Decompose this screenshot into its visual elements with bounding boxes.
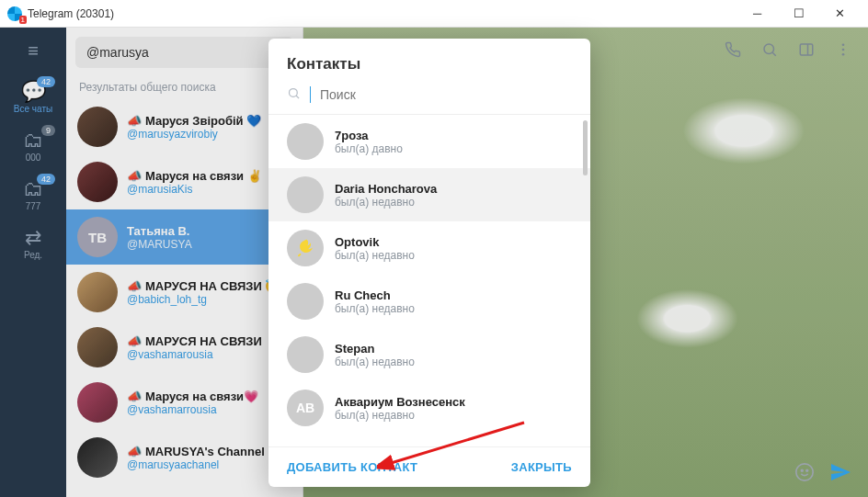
contact-name: Ru Chech	[335, 288, 415, 302]
window-title: Telegram (20301)	[28, 7, 114, 20]
sidebar-icon[interactable]	[798, 41, 815, 62]
contact-item[interactable]: Ru Chechбыл(а) недавно	[268, 275, 590, 328]
svg-point-8	[801, 469, 803, 471]
contacts-list: 7розабыл(а) давно Daria Honcharovaбыл(а)…	[268, 115, 590, 446]
modal-title: Контакты	[268, 39, 590, 83]
more-icon[interactable]	[835, 41, 851, 62]
text-cursor	[310, 86, 311, 103]
search-icon	[287, 86, 301, 103]
modal-search[interactable]	[268, 83, 590, 115]
contact-status: был(а) недавно	[335, 409, 465, 422]
contact-item[interactable]: Daria Honcharovaбыл(а) недавно	[268, 168, 590, 221]
close-modal-button[interactable]: ЗАКРЫТЬ	[511, 460, 572, 474]
svg-point-9	[806, 469, 808, 471]
contact-item[interactable]: 7розабыл(а) давно	[268, 115, 590, 168]
modal-search-input[interactable]	[320, 87, 572, 102]
avatar	[287, 283, 324, 320]
svg-point-7	[796, 464, 813, 480]
svg-point-0	[764, 44, 774, 54]
emoji-icon[interactable]	[794, 462, 815, 488]
contact-name: Stepan	[335, 342, 415, 356]
avatar	[287, 176, 324, 213]
contact-status: был(а) недавно	[335, 249, 415, 262]
modal-actions: ДОБАВИТЬ КОНТАКТ ЗАКРЫТЬ	[268, 446, 590, 487]
avatar: АВ	[287, 390, 324, 426]
maximize-button[interactable]: ☐	[778, 0, 819, 28]
avatar	[287, 336, 324, 373]
contact-status: был(а) недавно	[335, 356, 415, 368]
contact-status: был(а) недавно	[335, 302, 415, 315]
svg-point-10	[290, 89, 298, 97]
send-icon[interactable]	[829, 461, 851, 489]
contact-name: Аквариум Вознесенск	[335, 395, 465, 409]
contact-name: Optovik	[335, 235, 415, 249]
logo-badge: 1	[19, 16, 27, 24]
add-contact-button[interactable]: ДОБАВИТЬ КОНТАКТ	[287, 460, 417, 474]
svg-line-11	[296, 96, 299, 98]
close-button[interactable]: ✕	[819, 0, 861, 28]
svg-point-5	[842, 48, 845, 51]
avatar	[287, 123, 324, 160]
avatar	[287, 230, 324, 266]
contacts-modal: Контакты 7розабыл(а) давно Daria Honchar…	[268, 39, 590, 487]
contact-item[interactable]: АВ Аквариум Вознесенскбыл(а) недавно	[268, 381, 590, 435]
scrollbar[interactable]	[583, 120, 588, 175]
contact-name: Daria Honcharova	[335, 182, 437, 196]
contact-name: 7роза	[335, 129, 403, 142]
contact-item[interactable]: Optovikбыл(а) недавно	[268, 221, 590, 275]
app-logo: 1	[7, 6, 22, 21]
titlebar: 1 Telegram (20301) ─ ☐ ✕	[0, 0, 868, 28]
minimize-button[interactable]: ─	[737, 0, 778, 28]
search-icon[interactable]	[761, 41, 778, 62]
svg-line-1	[772, 52, 776, 56]
contact-status: был(а) недавно	[335, 196, 437, 209]
contact-status: был(а) давно	[335, 142, 403, 155]
svg-rect-2	[800, 44, 813, 55]
svg-point-4	[842, 43, 845, 46]
svg-point-6	[842, 52, 845, 55]
call-icon[interactable]	[725, 41, 741, 62]
contact-item[interactable]: Stepanбыл(а) недавно	[268, 328, 590, 381]
